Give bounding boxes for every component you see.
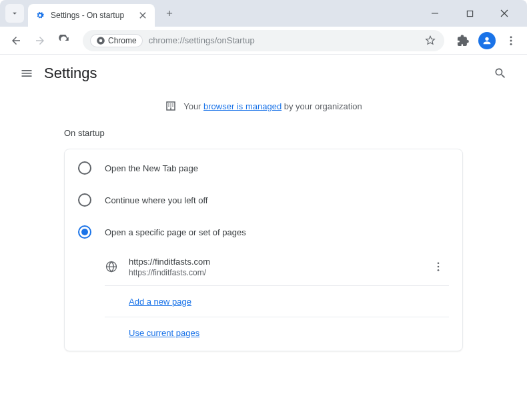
svg-point-7 bbox=[438, 262, 440, 264]
use-current-link[interactable]: Use current pages bbox=[105, 328, 199, 338]
option-continue[interactable]: Continue where you left off bbox=[65, 184, 462, 216]
building-icon bbox=[165, 100, 177, 112]
forward-button[interactable] bbox=[29, 30, 51, 51]
bookmark-star-icon[interactable] bbox=[424, 35, 436, 47]
browser-tab[interactable]: Settings - On startup bbox=[28, 4, 155, 27]
maximize-button[interactable] bbox=[460, 4, 479, 23]
person-icon bbox=[482, 35, 492, 46]
page-title-text: https://finditfasts.com bbox=[129, 257, 428, 267]
radio-icon bbox=[78, 161, 91, 175]
svg-point-2 bbox=[99, 39, 103, 42]
close-window-button[interactable] bbox=[495, 4, 514, 23]
svg-rect-0 bbox=[467, 11, 472, 16]
chip-label: Chrome bbox=[108, 36, 137, 45]
svg-point-5 bbox=[510, 43, 512, 45]
add-page-link[interactable]: Add a new page bbox=[105, 297, 191, 307]
startup-card: Open the New Tab page Continue where you… bbox=[64, 149, 463, 351]
minimize-button[interactable] bbox=[426, 4, 444, 23]
gear-icon bbox=[35, 10, 45, 21]
radio-label: Open a specific page or set of pages bbox=[105, 227, 246, 237]
settings-header: Settings bbox=[0, 55, 527, 92]
banner-suffix: by your organization bbox=[282, 101, 362, 111]
svg-point-9 bbox=[438, 269, 440, 271]
page-entry: https://finditfasts.com https://finditfa… bbox=[105, 248, 449, 286]
titlebar: Settings - On startup bbox=[0, 0, 527, 27]
radio-icon bbox=[78, 225, 91, 239]
plus-icon bbox=[165, 9, 174, 18]
managed-link[interactable]: browser is managed bbox=[203, 101, 282, 111]
profile-button[interactable] bbox=[476, 30, 498, 51]
option-new-tab[interactable]: Open the New Tab page bbox=[65, 152, 462, 184]
radio-icon bbox=[78, 193, 91, 207]
search-settings-button[interactable] bbox=[487, 60, 514, 87]
toolbar: Chrome chrome://settings/onStartup bbox=[0, 27, 527, 55]
globe-icon bbox=[105, 260, 118, 273]
content: Your browser is managed by your organiza… bbox=[0, 92, 527, 351]
back-button[interactable] bbox=[5, 30, 27, 51]
menu-button[interactable] bbox=[500, 30, 522, 51]
hamburger-button[interactable] bbox=[13, 60, 40, 87]
managed-banner: Your browser is managed by your organiza… bbox=[13, 92, 514, 125]
page-url-text: https://finditfasts.com/ bbox=[129, 268, 428, 277]
omnibox[interactable]: Chrome chrome://settings/onStartup bbox=[83, 30, 444, 51]
new-tab-button[interactable] bbox=[160, 4, 179, 23]
page-more-button[interactable] bbox=[428, 256, 449, 277]
chevron-down-icon bbox=[10, 9, 19, 18]
radio-label: Continue where you left off bbox=[105, 195, 207, 205]
specific-pages-list: https://finditfasts.com https://finditfa… bbox=[65, 248, 462, 348]
tab-title: Settings - On startup bbox=[51, 11, 137, 20]
banner-prefix: Your bbox=[183, 101, 203, 111]
tab-search-button[interactable] bbox=[5, 4, 24, 23]
section-title: On startup bbox=[13, 125, 514, 149]
svg-point-8 bbox=[438, 266, 440, 268]
url-text: chrome://settings/onStartup bbox=[149, 35, 255, 45]
page-title: Settings bbox=[44, 65, 97, 82]
window-controls bbox=[418, 4, 522, 23]
use-current-row: Use current pages bbox=[105, 317, 449, 348]
svg-point-4 bbox=[510, 39, 512, 41]
extensions-button[interactable] bbox=[452, 30, 474, 51]
site-chip[interactable]: Chrome bbox=[91, 35, 142, 47]
chrome-icon bbox=[96, 36, 105, 45]
reload-button[interactable] bbox=[53, 30, 75, 51]
option-specific-pages[interactable]: Open a specific page or set of pages bbox=[65, 216, 462, 248]
add-page-row: Add a new page bbox=[105, 286, 449, 317]
radio-label: Open the New Tab page bbox=[105, 163, 198, 173]
close-icon[interactable] bbox=[137, 10, 148, 21]
svg-point-3 bbox=[510, 36, 512, 38]
